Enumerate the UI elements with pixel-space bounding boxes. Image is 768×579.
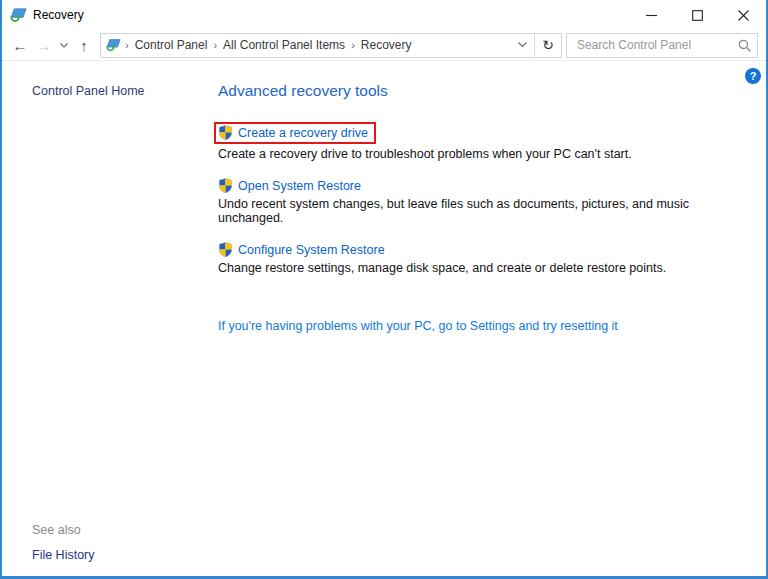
sidebar-bottom: See also File History [32,523,218,562]
address-bar[interactable]: › Control Panel › All Control Panel Item… [100,33,562,58]
breadcrumb-control-panel[interactable]: Control Panel [130,38,213,52]
task-configure-system-restore: Configure System Restore Change restore … [218,242,756,275]
address-recovery-icon [106,38,122,52]
title-bar: Recovery [2,0,766,30]
task-open-system-restore: Open System Restore Undo recent system c… [218,178,756,225]
navigation-bar: ← → ↑ › Control Panel › All Control Pane… [2,30,766,61]
breadcrumb-recovery[interactable]: Recovery [356,38,417,52]
open-system-restore-link[interactable]: Open System Restore [238,179,361,193]
sidebar: Control Panel Home See also File History [2,61,218,576]
help-button[interactable]: ? [745,68,761,84]
go-to-settings-reset-link[interactable]: If you're having problems with your PC, … [218,319,618,333]
create-recovery-drive-link[interactable]: Create a recovery drive [238,126,368,140]
open-system-restore-description: Undo recent system changes, but leave fi… [218,197,756,225]
maximize-button[interactable] [674,0,720,30]
sidebar-item-file-history[interactable]: File History [32,548,218,562]
task-list: Create a recovery drive Create a recover… [218,125,756,275]
uac-shield-icon [218,242,233,257]
window-controls [628,0,766,30]
see-also-label: See also [32,523,218,537]
task-create-recovery-drive: Create a recovery drive Create a recover… [218,125,756,161]
back-button[interactable]: ← [8,33,32,57]
content-area: Control Panel Home See also File History… [2,61,766,576]
recent-locations-chevron-icon[interactable] [56,33,72,57]
sidebar-item-control-panel-home[interactable]: Control Panel Home [32,84,218,98]
recovery-app-icon [10,7,27,23]
close-button[interactable] [720,0,766,30]
up-button[interactable]: ↑ [72,33,96,57]
search-input[interactable] [575,37,738,53]
main-panel: ? Advanced recovery tools [218,61,766,576]
red-highlight-annotation: Create a recovery drive [214,122,376,144]
configure-system-restore-description: Change restore settings, manage disk spa… [218,261,756,275]
page-title: Advanced recovery tools [218,82,756,100]
minimize-button[interactable] [628,0,674,30]
recovery-window: Recovery ← → ↑ [0,0,768,579]
uac-shield-icon [218,125,233,140]
configure-system-restore-link[interactable]: Configure System Restore [238,243,385,257]
breadcrumb-all-control-panel-items[interactable]: All Control Panel Items [218,38,350,52]
forward-button[interactable]: → [32,33,56,57]
search-box [566,33,758,58]
search-icon[interactable] [738,39,751,52]
uac-shield-icon [218,178,233,193]
window-title: Recovery [33,8,84,22]
address-dropdown-chevron-icon[interactable] [510,34,534,57]
refresh-button[interactable]: ↻ [535,34,561,57]
create-recovery-drive-description: Create a recovery drive to troubleshoot … [218,147,756,161]
